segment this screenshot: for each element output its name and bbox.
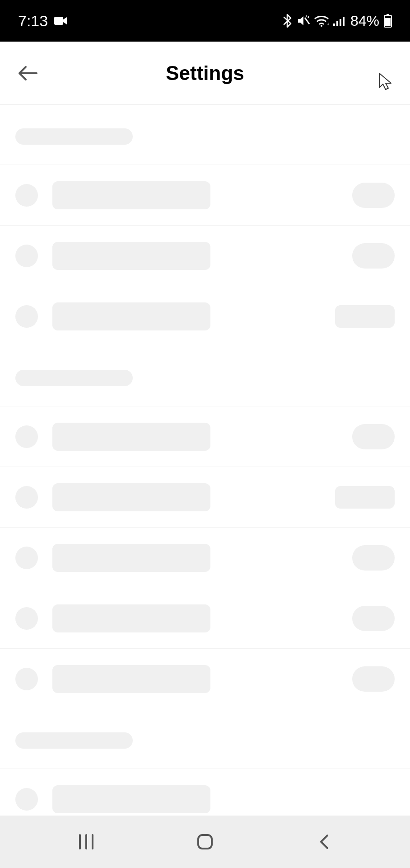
skeleton-icon — [15, 607, 38, 630]
skeleton-icon — [15, 788, 38, 811]
bluetooth-icon — [283, 14, 292, 28]
svg-rect-6 — [340, 19, 341, 26]
skeleton-label — [52, 181, 210, 209]
svg-rect-0 — [54, 17, 63, 25]
skeleton-icon — [15, 184, 38, 207]
camera-icon — [54, 16, 68, 26]
skeleton-toggle — [352, 243, 395, 269]
skeleton-label — [52, 665, 210, 693]
skeleton-value — [335, 486, 395, 509]
skeleton-section — [0, 732, 410, 816]
skeleton-label — [52, 544, 210, 572]
skeleton-row — [0, 286, 410, 346]
status-right: + 84% — [283, 13, 392, 29]
skeleton-section — [0, 370, 410, 709]
svg-line-1 — [305, 18, 309, 24]
skeleton-section-header — [15, 128, 133, 145]
svg-rect-10 — [385, 18, 391, 26]
skeleton-row — [0, 769, 410, 816]
mute-vibrate-icon — [296, 14, 310, 27]
skeleton-toggle — [352, 606, 395, 631]
skeleton-label — [52, 423, 210, 451]
skeleton-label — [52, 242, 210, 270]
skeleton-row — [0, 648, 410, 709]
svg-rect-5 — [336, 21, 338, 26]
status-left: 7:13 — [18, 12, 68, 30]
skeleton-toggle — [352, 424, 395, 449]
svg-rect-14 — [198, 835, 212, 849]
skeleton-row — [0, 165, 410, 225]
signal-icon — [333, 15, 346, 26]
arrow-left-icon — [18, 64, 38, 82]
battery-icon — [384, 14, 392, 28]
skeleton-label — [52, 604, 210, 632]
svg-rect-4 — [333, 24, 335, 26]
svg-point-2 — [321, 25, 322, 27]
skeleton-row — [0, 467, 410, 527]
page-title: Settings — [166, 62, 244, 85]
svg-text:+: + — [327, 22, 329, 27]
skeleton-icon — [15, 425, 38, 448]
svg-rect-7 — [343, 17, 345, 26]
back-button[interactable] — [13, 58, 43, 89]
skeleton-section-header — [15, 732, 133, 749]
skeleton-toggle — [352, 545, 395, 571]
recents-icon — [77, 833, 95, 850]
skeleton-icon — [15, 668, 38, 690]
skeleton-toggle — [352, 183, 395, 208]
nav-home-button[interactable] — [178, 824, 232, 860]
nav-back-button[interactable] — [297, 824, 351, 860]
skeleton-label — [52, 302, 210, 330]
skeleton-icon — [15, 305, 38, 328]
skeleton-row — [0, 406, 410, 467]
skeleton-row — [0, 527, 410, 588]
skeleton-row — [0, 588, 410, 648]
skeleton-label — [52, 785, 210, 813]
skeleton-label — [52, 483, 210, 511]
status-time: 7:13 — [18, 12, 48, 30]
nav-recents-button[interactable] — [59, 824, 113, 860]
status-bar: 7:13 + — [0, 0, 410, 42]
settings-content — [0, 105, 410, 816]
skeleton-row — [0, 225, 410, 286]
wifi-icon: + — [314, 15, 329, 27]
home-icon — [196, 833, 214, 851]
chevron-left-icon — [317, 833, 330, 851]
skeleton-section — [0, 128, 410, 346]
system-nav-bar — [0, 816, 410, 868]
skeleton-value — [335, 305, 395, 328]
skeleton-icon — [15, 245, 38, 267]
skeleton-icon — [15, 486, 38, 509]
battery-percent: 84% — [350, 13, 379, 29]
skeleton-toggle — [352, 666, 395, 692]
app-header: Settings — [0, 42, 410, 105]
skeleton-icon — [15, 547, 38, 569]
skeleton-section-header — [15, 370, 133, 386]
